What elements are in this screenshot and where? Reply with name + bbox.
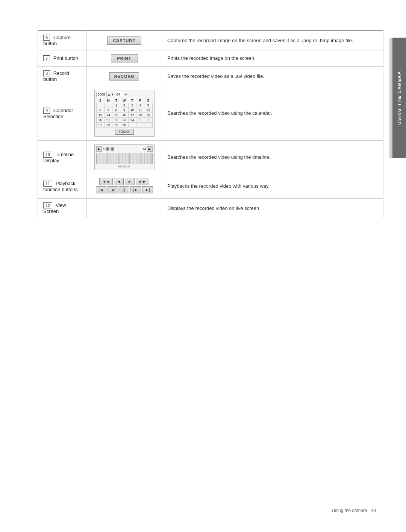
cal-day: 8 [112, 108, 120, 113]
cal-day: 25 [136, 118, 144, 123]
timeline-segment-2 [108, 153, 119, 164]
sidebar-accent [389, 38, 392, 158]
cal-day: 12 [144, 108, 152, 113]
timeline-icon-left: ▶ [96, 146, 102, 152]
record-button-image: RECORD [109, 72, 139, 81]
pb-btn-frame-back[interactable]: ◄| [108, 186, 118, 193]
cal-day [104, 103, 112, 108]
cal-day: 13 [96, 113, 104, 118]
chapter-title-text: USING THE CAMERA [397, 71, 401, 125]
pb-btn-rr[interactable]: ◄◄ [99, 178, 113, 185]
calendar-week-3: 13 14 15 16 17 18 19 [96, 113, 152, 118]
cal-day: 2 [120, 103, 128, 108]
calendar-month-arrow: ▼ [124, 93, 127, 96]
cal-day: 14 [104, 113, 112, 118]
pb-btn-end[interactable]: ►| [142, 186, 153, 193]
num-badge-11: 11 [43, 181, 52, 187]
cal-day: 24 [128, 118, 136, 123]
today-button[interactable]: TODAY [115, 129, 134, 135]
table-row: 8 Record button RECORD Saves the recorde… [38, 67, 383, 86]
num-badge-8: 8 [43, 70, 50, 76]
cal-th-m: M [104, 98, 112, 103]
timeline-left-controls: ▶ 0 [96, 146, 114, 152]
pb-btn-frame-fwd[interactable]: |► [130, 186, 141, 193]
cal-day: 9 [120, 108, 128, 113]
calendar-grid: S M T W T F S 1 2 [96, 98, 153, 128]
table-row: 9 Calendar Selection 2008 ▲▼ 04 ▼ S M [38, 86, 383, 141]
cell-desc-print: Prints the recorded image on the screen. [162, 50, 383, 67]
cell-desc-calendar: Searches the recorded video using the ca… [162, 86, 383, 141]
timeline-top: ▶ 0 24 ▶ [96, 146, 153, 152]
cell-label-record: 8 Record button [38, 67, 87, 86]
cal-th-t2: T [128, 98, 136, 103]
calendar-week-5: 27 28 29 30 [96, 123, 152, 128]
cal-th-s: S [96, 98, 104, 103]
cal-day: 1 [112, 103, 120, 108]
cal-day: 4 [136, 103, 144, 108]
timeline-segment-5 [141, 153, 152, 164]
calendar-month: 04 [115, 92, 123, 97]
timeline-widget: ▶ 0 24 ▶ [94, 144, 155, 170]
cell-image-capture: CAPTURE [87, 30, 162, 50]
cal-day: 30 [120, 123, 128, 128]
cell-desc-timeline: Searches the recorded video using the ti… [162, 141, 383, 174]
pb-btn-ff[interactable]: ►► [136, 178, 149, 185]
pb-btn-r[interactable]: ◄ [114, 178, 124, 185]
cal-day: 22 [112, 118, 120, 123]
calendar-year-arrows: ▲▼ [108, 93, 114, 96]
cal-day: 18 [136, 113, 144, 118]
timeline-end-num: 24 [143, 147, 146, 151]
timeline-segment-1 [97, 153, 108, 164]
cell-label-viewscreen: 12 View Screen [38, 199, 87, 218]
cal-th-s2: S [144, 98, 152, 103]
timeline-time-display: 00:00:00 [96, 165, 153, 168]
cal-th-w: W [120, 98, 128, 103]
num-badge-9: 9 [43, 108, 50, 114]
cal-day: 26 [144, 118, 152, 123]
pb-btn-pause[interactable]: || [120, 186, 129, 193]
cal-day: 20 [96, 118, 104, 123]
table-row: 11 Playback function buttons ◄◄ ◄ ► ►► |… [38, 174, 383, 199]
cell-desc-playback: Playbacks the recorded video with variou… [162, 174, 383, 199]
table-row: 7 Print button PRINT Prints the recorded… [38, 50, 383, 67]
cell-image-calendar: 2008 ▲▼ 04 ▼ S M T W T F S [87, 86, 162, 141]
cal-day: 3 [128, 103, 136, 108]
cal-day cal-highlight: 29 [112, 123, 120, 128]
chapter-sidebar: USING THE CAMERA [392, 38, 406, 158]
cal-day: 17 [128, 113, 136, 118]
cal-day: 16 [120, 113, 128, 118]
page-footer: Using the camera _43 [332, 508, 376, 513]
cell-desc-record: Saves the recorded video as a .avi video… [162, 67, 383, 86]
label-text-print: Print button [53, 55, 79, 61]
cal-day: 5 [144, 103, 152, 108]
cal-day: 7 [104, 108, 112, 113]
cal-day: 28 [104, 123, 112, 128]
table-row: 10 Timeline Display ▶ 0 24 ▶ [38, 141, 383, 174]
table-row: 6 Capture button CAPTURE Captures the re… [38, 30, 383, 50]
calendar-week-1: 1 2 3 4 5 [96, 103, 152, 108]
cell-label-calendar: 9 Calendar Selection [38, 86, 87, 141]
cal-day [144, 123, 152, 128]
cell-image-print: PRINT [87, 50, 162, 67]
cal-day: 15 [112, 113, 120, 118]
cell-image-viewscreen [87, 199, 162, 218]
main-table: 6 Capture button CAPTURE Captures the re… [38, 30, 383, 218]
cell-label-timeline: 10 Timeline Display [38, 141, 87, 174]
timeline-right-controls: 24 ▶ [143, 146, 153, 152]
cal-day: 10 [128, 108, 136, 113]
calendar-header: 2008 ▲▼ 04 ▼ [96, 92, 153, 97]
cell-image-record: RECORD [87, 67, 162, 86]
playback-widget: ◄◄ ◄ ► ►► |◄ ◄| || |► ►| [94, 178, 155, 193]
cal-day: 11 [136, 108, 144, 113]
cal-day: 19 [144, 113, 152, 118]
capture-button-image: CAPTURE [107, 36, 141, 45]
cell-desc-viewscreen: Displays the recorded video on live scre… [162, 199, 383, 218]
page-container: USING THE CAMERA 6 Capture button CAPTUR… [0, 0, 406, 532]
calendar-week-4: 20 21 22 23 24 25 26 [96, 118, 152, 123]
pb-btn-p[interactable]: ► [125, 178, 135, 185]
timeline-dot-2 [111, 147, 114, 151]
cal-day: 23 [120, 118, 128, 123]
cal-th-f: F [136, 98, 144, 103]
timeline-bar [96, 153, 153, 164]
pb-btn-start[interactable]: |◄ [96, 186, 107, 193]
